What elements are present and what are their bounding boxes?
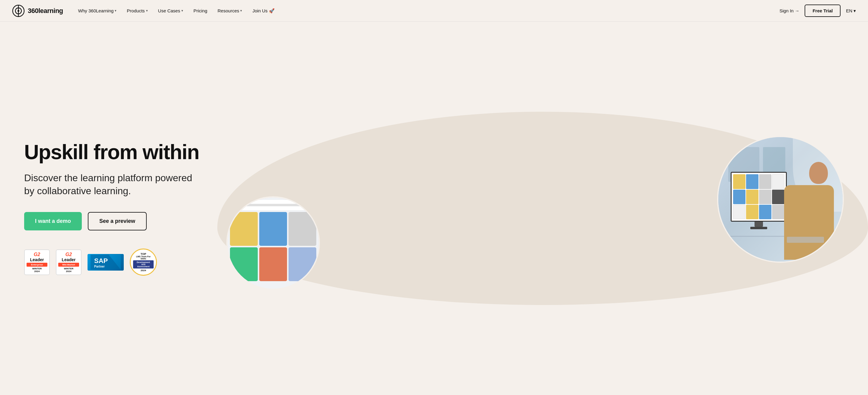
logo-icon [12,4,25,17]
nav-item-products[interactable]: Products ▾ [123,6,152,16]
office-background [718,137,843,262]
chevron-down-icon: ▾ [181,9,183,13]
chevron-down-icon: ▾ [146,9,148,13]
g2-midmarket-badge: G2 Leader Mid-Market WINTER 2024 [56,249,82,275]
g2-midmarket-season: WINTER 2024 [64,267,74,273]
dashboard-bg [227,198,319,289]
monitor-tile-5 [733,190,745,204]
dash-card-3 [288,212,316,246]
sign-in-label: Sign In [780,8,794,13]
monitor-tile-1 [733,174,745,189]
screen-mockup [227,198,319,289]
nav-usecases-label: Use Cases [158,8,180,13]
dash-search [239,204,305,206]
monitor-tile-3 [759,174,771,189]
nav-right: Sign In → Free Trial EN ▾ [780,4,856,17]
dash-card-2 [259,212,287,246]
navbar: 360learning Why 360Learning ▾ Products ▾… [0,0,868,22]
monitor-tile-7 [759,190,771,204]
dash-card-1 [230,212,258,246]
person-torso [784,185,834,260]
dash-card-4 [230,247,258,281]
lms-badge: TOP LMS Tools For Skills Development And… [130,248,157,276]
dash-logo-mini [232,203,237,208]
nav-item-pricing[interactable]: Pricing [189,6,212,16]
monitor-tile-11 [759,205,771,219]
nav-resources-label: Resources [218,8,239,13]
arrow-right-icon: → [795,8,799,13]
nav-item-join[interactable]: Join Us 🚀 [248,6,279,16]
logo-text: 360learning [28,7,63,15]
dash-topbar [230,200,316,210]
hero-left: Upskill from within Discover the learnin… [24,141,205,276]
lang-label: EN [846,8,852,13]
g2-enterprise-badge: G2 Leader Enterprise WINTER 2024 [24,249,50,275]
hero-buttons: I want a demo See a preview [24,212,205,231]
demo-button[interactable]: I want a demo [24,212,82,231]
monitor-tile-10 [746,205,758,219]
nav-item-why[interactable]: Why 360Learning ▾ [74,6,121,16]
free-trial-button[interactable]: Free Trial [805,4,840,17]
lms-year-text: 2024 [141,269,146,272]
chevron-down-icon: ▾ [115,9,117,13]
hero-section: Upskill from within Discover the learnin… [0,22,868,395]
g2-midmarket-tag: Mid-Market [58,263,79,267]
hero-title: Upskill from within [24,141,205,163]
lms-center-text: Development And Assessment [133,260,154,269]
g2-enterprise-tag: Enterprise [27,263,48,267]
lms-top-text: TOP [141,252,146,255]
monitor-stand [754,222,763,226]
g2-midmarket-leader: Leader [62,257,76,262]
person-head [809,162,828,184]
nav-item-resources[interactable]: Resources ▾ [213,6,247,16]
preview-button[interactable]: See a preview [88,212,147,231]
nav-links: Why 360Learning ▾ Products ▾ Use Cases ▾… [74,6,780,16]
sign-in-link[interactable]: Sign In → [780,8,800,13]
g2-midmarket-logo: G2 [65,252,72,257]
g2-enterprise-season: WINTER 2024 [32,267,42,273]
nav-products-label: Products [127,8,145,13]
dash-avatar [307,202,314,209]
nav-pricing-label: Pricing [193,8,207,13]
keyboard [787,237,824,243]
lms-title-text: LMS Tools For Skills [133,255,154,260]
chevron-down-icon: ▾ [240,9,242,13]
card-grid [230,212,316,281]
nav-item-usecases[interactable]: Use Cases ▾ [154,6,187,16]
sap-badge-svg: SAP Partner [91,254,121,270]
hero-image-large [717,136,844,263]
g2-enterprise-logo: G2 [34,252,40,257]
hero-subtitle: Discover the learning platform powered b… [24,172,193,198]
logo-link[interactable]: 360learning [12,4,63,17]
badges-row: G2 Leader Enterprise WINTER 2024 G2 Lead… [24,248,205,276]
monitor-tile-6 [746,190,758,204]
dash-card-6 [288,247,316,281]
nav-why-label: Why 360Learning [78,8,114,13]
monitor-tile-2 [746,174,758,189]
dash-card-5 [259,247,287,281]
svg-text:SAP: SAP [94,257,108,265]
language-selector[interactable]: EN ▾ [846,8,856,13]
person-figure [778,162,840,262]
sap-badge-inner: SAP Partner [88,254,124,271]
nav-join-label: Join Us 🚀 [252,8,274,13]
chevron-down-icon: ▾ [854,8,856,13]
hero-right [217,124,844,293]
monitor-tile-9 [733,205,745,219]
sap-badge: SAP Partner [88,254,124,271]
hero-image-small [226,196,320,290]
svg-text:Partner: Partner [94,265,105,268]
monitor-base [750,227,767,229]
g2-enterprise-leader: Leader [30,257,44,262]
